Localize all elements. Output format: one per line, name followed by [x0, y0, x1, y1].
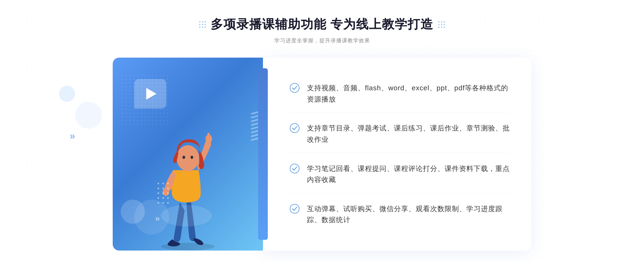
page-container: » 多项录播课辅助功能 专为线上教学打造 学习进度全掌握，提升录播课教学效果	[0, 0, 644, 261]
feature-item-3: 学习笔记回看、课程提问、课程评论打分、课件资料下载，重点内容收藏	[290, 156, 510, 193]
svg-point-27	[290, 164, 299, 173]
svg-point-19	[162, 197, 164, 199]
title-dots-left	[199, 21, 206, 28]
check-icon-4	[290, 204, 299, 214]
feature-item-4: 互动弹幕、试听购买、微信分享、观看次数限制、学习进度跟踪、数据统计	[290, 196, 510, 233]
header-title-row: 多项录播课辅助功能 专为线上教学打造	[199, 16, 445, 33]
svg-point-28	[290, 204, 299, 213]
svg-point-23	[167, 202, 169, 204]
svg-point-8	[161, 205, 212, 226]
blue-panel-accent	[258, 68, 268, 240]
title-dots-right	[438, 21, 445, 28]
svg-rect-2	[207, 133, 210, 140]
svg-point-11	[167, 183, 169, 184]
svg-point-6	[182, 156, 185, 159]
svg-text:»: »	[155, 213, 160, 223]
feature-text-4: 互动弹幕、试听购买、微信分享、观看次数限制、学习进度跟踪、数据统计	[307, 203, 510, 226]
svg-point-9	[158, 183, 159, 184]
svg-point-26	[290, 124, 299, 133]
svg-point-5	[177, 145, 199, 171]
svg-point-21	[158, 202, 159, 204]
svg-point-3	[163, 188, 169, 196]
svg-point-12	[158, 188, 159, 189]
svg-point-10	[162, 183, 164, 184]
svg-point-20	[167, 197, 169, 199]
features-panel: 支持视频、音频、flash、word、excel、ppt、pdf等各种格式的资源…	[263, 58, 531, 251]
outer-deco-circle-1	[59, 86, 75, 102]
check-icon-2	[290, 123, 299, 133]
header-section: 多项录播课辅助功能 专为线上教学打造 学习进度全掌握，提升录播课教学效果	[199, 16, 445, 44]
illustration-panel: »	[113, 58, 263, 251]
feature-text-3: 学习笔记回看、课程提问、课程评论打分、课件资料下载，重点内容收藏	[307, 163, 510, 185]
outer-deco-circle-2	[75, 102, 102, 129]
svg-point-13	[162, 188, 164, 189]
svg-point-25	[290, 83, 299, 92]
check-icon-3	[290, 164, 299, 173]
feature-text-2: 支持章节目录、弹题考试、课后练习、课后作业、章节测验、批改作业	[307, 123, 510, 145]
feature-item-2: 支持章节目录、弹题考试、课后练习、课后作业、章节测验、批改作业	[290, 115, 510, 153]
svg-point-14	[167, 188, 169, 189]
svg-point-18	[158, 197, 159, 199]
feature-text-1: 支持视频、音频、flash、word、excel、ppt、pdf等各种格式的资源…	[307, 83, 510, 105]
figure-illustration: »	[142, 98, 233, 251]
chevron-icon: »	[70, 130, 75, 142]
feature-item-1: 支持视频、音频、flash、word、excel、ppt、pdf等各种格式的资源…	[290, 75, 510, 113]
main-title: 多项录播课辅助功能 专为线上教学打造	[211, 16, 434, 33]
svg-point-17	[167, 192, 169, 194]
check-icon-1	[290, 83, 299, 93]
left-chevrons: »	[70, 130, 75, 142]
svg-point-7	[191, 156, 193, 159]
svg-point-16	[162, 192, 164, 194]
content-area: » 支持视频、音频、flash、word、excel、ppt、pdf等各种格式的…	[113, 58, 531, 251]
sub-title: 学习进度全掌握，提升录播课教学效果	[199, 37, 445, 44]
svg-point-22	[162, 202, 164, 204]
svg-point-15	[158, 192, 159, 194]
